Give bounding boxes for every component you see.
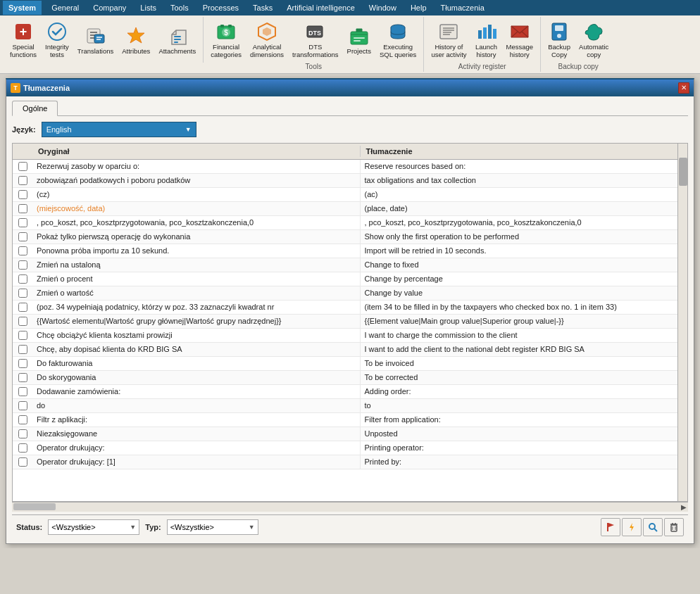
row-checkbox[interactable]	[18, 331, 27, 340]
original-text: , pco_koszt, pco_kosztprzygotowania, pco…	[32, 216, 361, 229]
menu-item-tools[interactable]: Tools	[163, 2, 196, 13]
row-checkbox-cell[interactable]	[13, 385, 32, 398]
svg-line-44	[654, 529, 657, 531]
row-checkbox-cell[interactable]	[13, 216, 32, 229]
message-history-button[interactable]: Messagehistory	[502, 18, 538, 61]
row-checkbox[interactable]	[18, 246, 27, 255]
row-checkbox[interactable]	[18, 289, 27, 298]
row-checkbox-cell[interactable]	[13, 301, 32, 314]
row-checkbox[interactable]	[18, 373, 27, 382]
row-checkbox[interactable]	[18, 443, 27, 453]
row-checkbox[interactable]	[18, 457, 27, 467]
row-checkbox[interactable]	[18, 303, 27, 312]
translation-text: (ac)	[361, 188, 688, 201]
row-checkbox[interactable]	[18, 204, 27, 213]
row-checkbox[interactable]	[18, 415, 27, 424]
row-checkbox-cell[interactable]	[13, 188, 32, 201]
automatic-copy-button[interactable]: Automaticcopy	[575, 18, 613, 61]
original-text: Dodawanie zamówienia:	[32, 385, 361, 398]
dialog-title-text: Tłumaczenia	[23, 84, 70, 92]
status-select[interactable]: <Wszystkie> ▼	[48, 519, 139, 535]
row-checkbox-cell[interactable]	[13, 286, 32, 300]
row-checkbox[interactable]	[18, 345, 27, 354]
row-checkbox-cell[interactable]	[13, 329, 32, 342]
menu-item-tłumaczenia[interactable]: Tłumaczenia	[434, 2, 492, 13]
menu-item-artificial-intelligence[interactable]: Artificial intelligence	[280, 2, 362, 13]
tab-ogolne[interactable]: Ogólne	[12, 101, 58, 116]
financial-categories-button[interactable]: $ Financialcategories	[206, 18, 246, 61]
row-checkbox-cell[interactable]	[13, 230, 32, 244]
translation-text: Reserve resources based on:	[361, 160, 688, 173]
delete-button[interactable]	[664, 518, 684, 536]
row-checkbox[interactable]	[18, 162, 27, 171]
row-checkbox[interactable]	[18, 401, 27, 410]
translations-label: Translations	[77, 47, 113, 55]
row-checkbox-cell[interactable]	[13, 272, 32, 286]
projects-button[interactable]: Projects	[343, 23, 375, 57]
row-checkbox[interactable]	[18, 359, 27, 368]
menu-item-general[interactable]: General	[44, 2, 86, 13]
dialog-close-button[interactable]: ✕	[678, 82, 689, 94]
menu-item-help[interactable]: Help	[404, 2, 434, 13]
search-button[interactable]	[643, 518, 663, 536]
translations-button[interactable]: Translations	[73, 23, 118, 57]
row-checkbox-cell[interactable]	[13, 357, 32, 370]
status-label: Status:	[16, 523, 42, 531]
svg-point-43	[649, 524, 655, 529]
menu-item-window[interactable]: Window	[362, 2, 404, 13]
row-checkbox[interactable]	[18, 274, 27, 284]
dts-transformations-button[interactable]: DTS DTStransformations	[288, 18, 342, 61]
menu-item-lists[interactable]: Lists	[133, 2, 163, 13]
horizontal-scrollbar[interactable]: ▶	[12, 502, 688, 512]
row-checkbox-cell[interactable]	[13, 202, 32, 215]
original-text: Pokaż tylko pierwszą operację do wykonan…	[32, 230, 361, 244]
row-checkbox[interactable]	[18, 260, 27, 270]
row-checkbox-cell[interactable]	[13, 427, 32, 441]
row-checkbox[interactable]	[18, 176, 27, 185]
row-checkbox-cell[interactable]	[13, 160, 32, 173]
integrity-tests-button[interactable]: Integritytests	[41, 18, 73, 61]
row-checkbox[interactable]	[18, 232, 27, 241]
row-checkbox[interactable]	[18, 387, 27, 396]
tab-bar: Ogólne	[12, 101, 688, 116]
special-functions-button[interactable]: + Specialfunctions	[6, 18, 41, 61]
row-checkbox-cell[interactable]	[13, 413, 32, 426]
row-checkbox-cell[interactable]	[13, 343, 32, 356]
attachments-button[interactable]: Attachments	[154, 23, 200, 57]
backup-copy-button[interactable]: BackupCopy	[544, 18, 575, 61]
flag-button[interactable]	[601, 518, 620, 536]
row-checkbox-cell[interactable]	[13, 399, 32, 412]
analytical-dimensions-button[interactable]: Analyticaldimensions	[246, 18, 288, 61]
row-checkbox-cell[interactable]	[13, 244, 32, 258]
system-menu[interactable]: System	[3, 1, 42, 15]
row-checkbox[interactable]	[18, 190, 27, 199]
vertical-scrollbar[interactable]	[677, 144, 687, 501]
menu-item-tasks[interactable]: Tasks	[246, 2, 280, 13]
row-checkbox[interactable]	[18, 317, 27, 326]
row-checkbox[interactable]	[18, 218, 27, 227]
scrollbar-thumb[interactable]	[679, 158, 687, 186]
menu-item-company[interactable]: Company	[86, 2, 133, 13]
horiz-scrollbar-thumb[interactable]	[13, 503, 56, 510]
attributes-button[interactable]: Attributes	[118, 23, 154, 57]
projects-label: Projects	[347, 47, 371, 55]
launch-history-button[interactable]: Launchhistory	[471, 18, 502, 61]
table-row: (poz. 34 wypełniają podatnicy, którzy w …	[13, 301, 687, 315]
row-checkbox-cell[interactable]	[13, 315, 32, 328]
row-checkbox-cell[interactable]	[13, 441, 32, 455]
row-checkbox-cell[interactable]	[13, 371, 32, 384]
original-text: Do fakturowania	[32, 357, 361, 370]
executing-sql-button[interactable]: ExecutingSQL queries	[375, 18, 420, 61]
row-checkbox-cell[interactable]	[13, 174, 32, 187]
type-select[interactable]: <Wszystkie> ▼	[167, 519, 258, 535]
svg-marker-10	[127, 27, 144, 43]
menu-item-processes[interactable]: Processes	[196, 2, 246, 13]
row-checkbox[interactable]	[18, 429, 27, 438]
lightning-button[interactable]	[622, 518, 642, 536]
row-checkbox-cell[interactable]	[13, 455, 32, 469]
history-user-activity-button[interactable]: History ofuser activity	[427, 18, 470, 61]
language-select[interactable]: English ▼	[42, 122, 196, 137]
toolbar-group-activity: History ofuser activity Launchhistory	[424, 17, 541, 72]
row-checkbox-cell[interactable]	[13, 258, 32, 272]
scroll-right-btn[interactable]: ▶	[680, 503, 688, 511]
